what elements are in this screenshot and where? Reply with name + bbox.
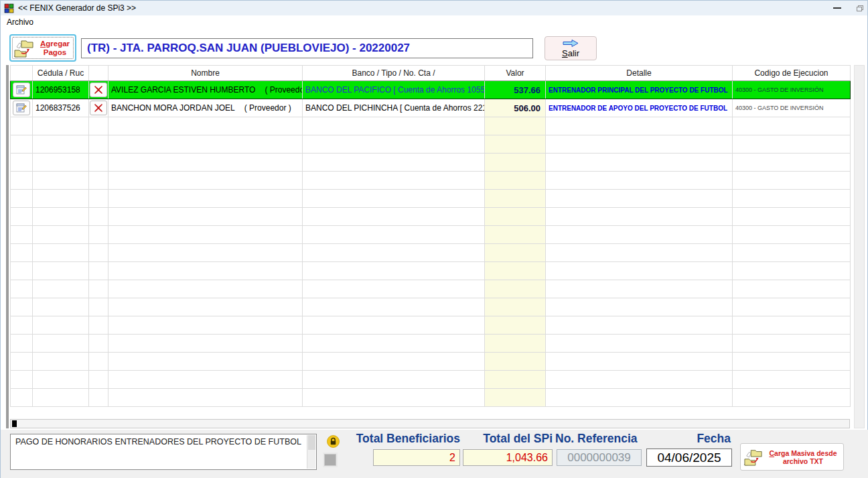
delete-row-button[interactable] <box>90 101 107 115</box>
edit-form-icon <box>16 84 27 95</box>
footer-panel: PAGO DE HONORARIOS ENTRENADORES DEL PROY… <box>1 430 868 478</box>
gray-square-button[interactable] <box>324 454 336 466</box>
total-beneficiarios-label: Total Beneficiarios <box>345 432 460 446</box>
table-row[interactable] <box>11 335 851 353</box>
add-payments-folder-icon <box>13 38 35 58</box>
spi-title-field[interactable]: (TR) - JTA. PARROQ.SAN JUAN (PUEBLOVIEJO… <box>81 38 533 58</box>
table-row[interactable] <box>11 371 851 389</box>
table-row[interactable] <box>11 353 851 371</box>
grid-vertical-scrollbar[interactable] <box>854 65 865 428</box>
agregar-pagos-label: Agregar Pagos <box>38 40 72 57</box>
table-row[interactable] <box>11 226 851 244</box>
valor-cell: 537.66 <box>485 81 546 99</box>
header-valor: Valor <box>485 66 546 81</box>
carga-masiva-folder-icon <box>743 448 764 467</box>
delete-row-button[interactable] <box>90 82 107 97</box>
delete-x-icon <box>94 103 103 113</box>
description-textarea[interactable]: PAGO DE HONORARIOS ENTRENADORES DEL PROY… <box>10 434 317 470</box>
header-banco: Banco / Tipo / No. Cta / <box>303 66 485 81</box>
cedula-cell: 1206953158 <box>33 81 89 99</box>
lock-icon <box>327 435 340 448</box>
table-row[interactable] <box>11 208 851 226</box>
table-row[interactable] <box>11 244 851 262</box>
table-row[interactable] <box>11 389 851 407</box>
detalle-cell: ENTRENADOR PRINCIPAL DEL PROYECTO DE FUT… <box>546 81 733 99</box>
total-beneficiarios-field[interactable]: 2 <box>373 449 460 466</box>
restore-icon <box>857 5 863 11</box>
table-row[interactable] <box>11 135 851 154</box>
restore-button[interactable] <box>849 1 868 15</box>
minimize-icon <box>833 7 841 9</box>
fecha-label: Fecha <box>664 432 731 446</box>
total-spi-label: Total del SPi <box>463 432 553 446</box>
menubar: Archivo <box>1 15 867 29</box>
header-codigo: Codigo de Ejecucion <box>733 66 851 81</box>
scrollbar-thumb[interactable] <box>12 420 17 427</box>
edit-row-button[interactable] <box>13 82 30 97</box>
salir-label: Salir <box>562 48 579 58</box>
cedula-cell: 1206837526 <box>33 99 89 117</box>
table-row[interactable] <box>11 117 851 135</box>
titlebar: << FENIX Generador de SPi3 >> <box>1 1 867 15</box>
table-row[interactable] <box>11 154 851 172</box>
app-icon <box>4 3 14 13</box>
grid-left-edge <box>6 65 9 428</box>
header-detalle: Detalle <box>546 66 733 81</box>
payments-grid: Cédula / Ruc Nombre Banco / Tipo / No. C… <box>10 65 850 407</box>
banco-cell: BANCO DEL PICHINCHA [ Cuenta de Ahorros … <box>303 99 485 117</box>
fecha-field[interactable]: 04/06/2025 <box>646 449 732 467</box>
salir-button[interactable]: Salir <box>545 36 597 60</box>
grid-body: 1206953158 AVILEZ GARCIA ESTIVEN HUMBERT… <box>11 81 851 407</box>
nombre-text: BANCHON MORA JORDAN JOEL <box>111 103 235 113</box>
minimize-button[interactable] <box>826 1 849 15</box>
edit-form-icon <box>16 103 27 113</box>
header-edit-col <box>11 66 33 81</box>
nombre-cell: BANCHON MORA JORDAN JOEL( Proveedor ) <box>108 99 303 117</box>
edit-row-button[interactable] <box>13 101 30 115</box>
table-row[interactable] <box>11 262 851 280</box>
exit-arrow-icon <box>562 39 579 48</box>
total-spi-field[interactable]: 1,043.66 <box>463 449 553 466</box>
header-delete-col <box>89 66 108 81</box>
referencia-field: 0000000039 <box>557 449 642 466</box>
carga-masiva-label: Carga Masiva desde archivo TXT <box>766 449 841 465</box>
referencia-label: No. Referencia <box>555 432 649 446</box>
nombre-text: AVILEZ GARCIA ESTIVEN HUMBERTO <box>111 85 255 95</box>
agregar-pagos-button[interactable]: Agregar Pagos <box>9 34 76 62</box>
table-row[interactable] <box>11 280 851 298</box>
table-row[interactable]: 1206953158 AVILEZ GARCIA ESTIVEN HUMBERT… <box>11 81 851 99</box>
codigo-cell: 40300 - GASTO DE INVERSIÓN <box>733 81 851 99</box>
table-row[interactable] <box>11 190 851 208</box>
header-nombre: Nombre <box>108 66 303 81</box>
table-row[interactable] <box>11 298 851 316</box>
table-row[interactable] <box>11 172 851 190</box>
proveedor-text: ( Proveedor ) <box>244 103 291 113</box>
detalle-cell: ENTRENADOR DE APOYO DEL PROYECTO DE FUTB… <box>546 99 733 117</box>
banco-cell: BANCO DEL PACIFICO [ Cuenta de Ahorros 1… <box>303 81 485 99</box>
delete-x-icon <box>94 85 103 95</box>
valor-cell: 506.00 <box>485 99 546 117</box>
grid-header-row: Cédula / Ruc Nombre Banco / Tipo / No. C… <box>11 66 851 81</box>
grid-horizontal-scrollbar[interactable] <box>10 419 850 428</box>
menu-archivo[interactable]: Archivo <box>1 15 39 28</box>
description-scrollbar[interactable] <box>307 435 315 469</box>
table-row[interactable]: 1206837526 BANCHON MORA JORDAN JOEL( Pro… <box>11 99 851 117</box>
app-window: << FENIX Generador de SPi3 >> Archivo Ag… <box>0 0 868 478</box>
description-text: PAGO DE HONORARIOS ENTRENADORES DEL PROY… <box>15 437 301 446</box>
header-cedula: Cédula / Ruc <box>33 66 89 81</box>
nombre-cell: AVILEZ GARCIA ESTIVEN HUMBERTO( Proveedo… <box>108 81 303 99</box>
table-row[interactable] <box>11 316 851 335</box>
codigo-cell: 40300 - GASTO DE INVERSIÓN <box>733 99 851 117</box>
proveedor-text: ( Proveedor ) <box>265 85 302 95</box>
window-title: << FENIX Generador de SPi3 >> <box>18 3 136 13</box>
carga-masiva-button[interactable]: Carga Masiva desde archivo TXT <box>740 443 844 471</box>
